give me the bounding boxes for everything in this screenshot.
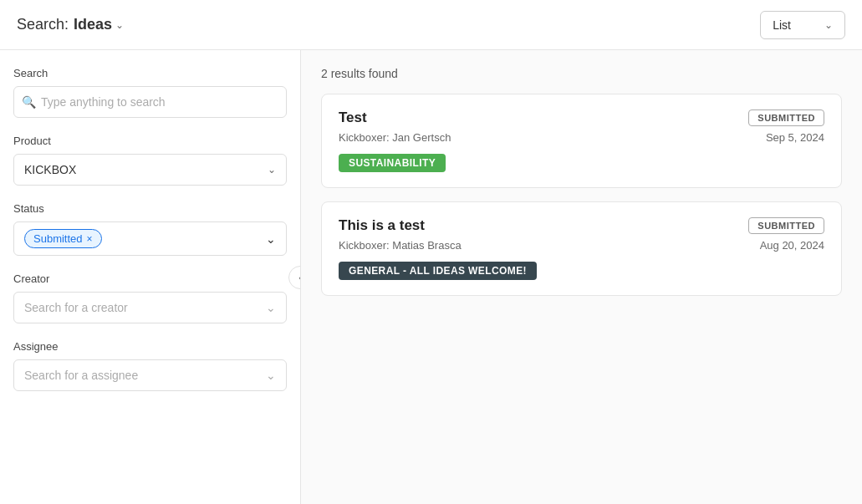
- chevron-down-icon: ⌄: [266, 232, 276, 246]
- search-icon: 🔍: [22, 95, 36, 109]
- idea-tag: SUSTAINABILITY: [339, 154, 446, 172]
- idea-kickboxer: Kickboxer: Matias Brasca: [339, 239, 462, 252]
- creator-label: Creator: [13, 272, 287, 285]
- product-value: KICKBOX: [24, 163, 76, 176]
- idea-title: Test: [339, 109, 367, 126]
- context-dropdown[interactable]: Ideas ⌄: [74, 16, 124, 33]
- status-select[interactable]: Submitted × ⌄: [13, 221, 287, 256]
- product-section: Product KICKBOX ⌄: [13, 135, 287, 186]
- product-label: Product: [13, 135, 287, 147]
- remove-status-icon[interactable]: ×: [87, 233, 93, 245]
- chevron-down-icon: ⌄: [266, 369, 276, 382]
- search-section: Search 🔍: [13, 67, 287, 118]
- idea-card-header: Test SUBMITTED: [339, 109, 824, 126]
- results-panel: 2 results found Test SUBMITTED Kickboxer…: [301, 50, 862, 504]
- product-select[interactable]: KICKBOX ⌄: [13, 154, 287, 186]
- view-select[interactable]: List ⌄: [760, 11, 845, 39]
- creator-select[interactable]: Search for a creator ⌄: [13, 292, 287, 323]
- assignee-label: Assignee: [13, 340, 287, 353]
- status-label: Status: [13, 202, 287, 215]
- creator-section: Creator Search for a creator ⌄: [13, 272, 287, 323]
- creator-placeholder: Search for a creator: [24, 301, 128, 314]
- sidebar: Search 🔍 Product KICKBOX ⌄ Status Submit…: [0, 50, 301, 504]
- search-input-wrapper: 🔍: [13, 86, 287, 118]
- status-badge: SUBMITTED: [748, 109, 824, 126]
- status-section: Status Submitted × ⌄: [13, 202, 287, 256]
- status-tag-submitted: Submitted ×: [24, 229, 102, 248]
- cards-container: Test SUBMITTED Kickboxer: Jan Gertsch Se…: [321, 94, 842, 296]
- chevron-down-icon: ⌄: [268, 164, 276, 176]
- idea-kickboxer: Kickboxer: Jan Gertsch: [339, 131, 451, 144]
- idea-tag: GENERAL - ALL IDEAS WELCOME!: [339, 262, 537, 280]
- idea-meta: Kickboxer: Matias Brasca Aug 20, 2024: [339, 239, 824, 252]
- page-title: Search: Ideas ⌄: [17, 16, 124, 33]
- main-content: Search 🔍 Product KICKBOX ⌄ Status Submit…: [0, 50, 862, 504]
- idea-card[interactable]: This is a test SUBMITTED Kickboxer: Mati…: [321, 201, 842, 296]
- status-tags: Submitted ×: [24, 229, 102, 248]
- status-badge: SUBMITTED: [748, 217, 824, 234]
- idea-title: This is a test: [339, 217, 425, 234]
- assignee-section: Assignee Search for a assignee ⌄: [13, 340, 287, 391]
- view-label: List: [773, 18, 791, 32]
- chevron-down-icon: ⌄: [115, 19, 124, 31]
- idea-date: Aug 20, 2024: [760, 239, 824, 252]
- collapse-sidebar-button[interactable]: ‹: [288, 266, 301, 289]
- results-count: 2 results found: [321, 67, 842, 80]
- search-input[interactable]: [13, 86, 287, 118]
- title-prefix: Search:: [17, 16, 69, 33]
- idea-card-header: This is a test SUBMITTED: [339, 217, 824, 234]
- status-tag-label: Submitted: [33, 232, 83, 245]
- chevron-down-icon: ⌄: [266, 301, 276, 314]
- idea-card[interactable]: Test SUBMITTED Kickboxer: Jan Gertsch Se…: [321, 94, 842, 188]
- assignee-placeholder: Search for a assignee: [24, 369, 138, 382]
- idea-date: Sep 5, 2024: [766, 131, 824, 144]
- title-context: Ideas: [74, 16, 112, 33]
- top-header: Search: Ideas ⌄ List ⌄: [0, 0, 862, 50]
- idea-meta: Kickboxer: Jan Gertsch Sep 5, 2024: [339, 131, 824, 144]
- assignee-select[interactable]: Search for a assignee ⌄: [13, 359, 287, 391]
- search-label: Search: [13, 67, 287, 79]
- chevron-down-icon: ⌄: [824, 19, 833, 31]
